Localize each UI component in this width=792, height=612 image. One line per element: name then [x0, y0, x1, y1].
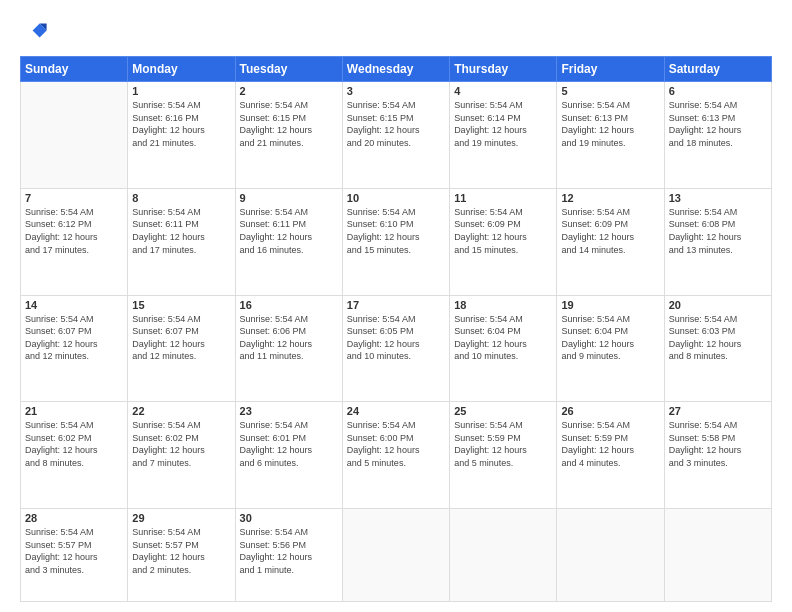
day-number: 15: [132, 299, 230, 311]
weekday-header-wednesday: Wednesday: [342, 57, 449, 82]
calendar-cell: 7Sunrise: 5:54 AM Sunset: 6:12 PM Daylig…: [21, 188, 128, 295]
calendar-cell: 18Sunrise: 5:54 AM Sunset: 6:04 PM Dayli…: [450, 295, 557, 402]
calendar-cell: 13Sunrise: 5:54 AM Sunset: 6:08 PM Dayli…: [664, 188, 771, 295]
day-number: 2: [240, 85, 338, 97]
calendar-cell: 6Sunrise: 5:54 AM Sunset: 6:13 PM Daylig…: [664, 82, 771, 189]
calendar-cell: [664, 509, 771, 602]
calendar-cell: [21, 82, 128, 189]
cell-info: Sunrise: 5:54 AM Sunset: 6:05 PM Dayligh…: [347, 313, 445, 363]
calendar-week-row: 14Sunrise: 5:54 AM Sunset: 6:07 PM Dayli…: [21, 295, 772, 402]
cell-info: Sunrise: 5:54 AM Sunset: 6:11 PM Dayligh…: [240, 206, 338, 256]
day-number: 14: [25, 299, 123, 311]
calendar-cell: 19Sunrise: 5:54 AM Sunset: 6:04 PM Dayli…: [557, 295, 664, 402]
day-number: 5: [561, 85, 659, 97]
day-number: 1: [132, 85, 230, 97]
calendar-cell: 12Sunrise: 5:54 AM Sunset: 6:09 PM Dayli…: [557, 188, 664, 295]
cell-info: Sunrise: 5:54 AM Sunset: 6:03 PM Dayligh…: [669, 313, 767, 363]
calendar-cell: 2Sunrise: 5:54 AM Sunset: 6:15 PM Daylig…: [235, 82, 342, 189]
calendar-cell: 1Sunrise: 5:54 AM Sunset: 6:16 PM Daylig…: [128, 82, 235, 189]
cell-info: Sunrise: 5:54 AM Sunset: 6:10 PM Dayligh…: [347, 206, 445, 256]
day-number: 26: [561, 405, 659, 417]
calendar-week-row: 21Sunrise: 5:54 AM Sunset: 6:02 PM Dayli…: [21, 402, 772, 509]
logo-icon: [20, 18, 48, 46]
weekday-header-monday: Monday: [128, 57, 235, 82]
cell-info: Sunrise: 5:54 AM Sunset: 6:00 PM Dayligh…: [347, 419, 445, 469]
calendar-cell: 11Sunrise: 5:54 AM Sunset: 6:09 PM Dayli…: [450, 188, 557, 295]
calendar-week-row: 1Sunrise: 5:54 AM Sunset: 6:16 PM Daylig…: [21, 82, 772, 189]
day-number: 12: [561, 192, 659, 204]
day-number: 4: [454, 85, 552, 97]
day-number: 3: [347, 85, 445, 97]
cell-info: Sunrise: 5:54 AM Sunset: 6:13 PM Dayligh…: [561, 99, 659, 149]
header: [20, 18, 772, 46]
calendar-cell: 25Sunrise: 5:54 AM Sunset: 5:59 PM Dayli…: [450, 402, 557, 509]
day-number: 24: [347, 405, 445, 417]
day-number: 23: [240, 405, 338, 417]
cell-info: Sunrise: 5:54 AM Sunset: 5:58 PM Dayligh…: [669, 419, 767, 469]
day-number: 18: [454, 299, 552, 311]
day-number: 13: [669, 192, 767, 204]
calendar-cell: 3Sunrise: 5:54 AM Sunset: 6:15 PM Daylig…: [342, 82, 449, 189]
day-number: 6: [669, 85, 767, 97]
day-number: 25: [454, 405, 552, 417]
calendar-cell: 14Sunrise: 5:54 AM Sunset: 6:07 PM Dayli…: [21, 295, 128, 402]
cell-info: Sunrise: 5:54 AM Sunset: 6:07 PM Dayligh…: [25, 313, 123, 363]
calendar-cell: 9Sunrise: 5:54 AM Sunset: 6:11 PM Daylig…: [235, 188, 342, 295]
day-number: 21: [25, 405, 123, 417]
day-number: 28: [25, 512, 123, 524]
calendar-cell: 16Sunrise: 5:54 AM Sunset: 6:06 PM Dayli…: [235, 295, 342, 402]
day-number: 11: [454, 192, 552, 204]
cell-info: Sunrise: 5:54 AM Sunset: 6:06 PM Dayligh…: [240, 313, 338, 363]
cell-info: Sunrise: 5:54 AM Sunset: 6:08 PM Dayligh…: [669, 206, 767, 256]
cell-info: Sunrise: 5:54 AM Sunset: 6:01 PM Dayligh…: [240, 419, 338, 469]
calendar-cell: 24Sunrise: 5:54 AM Sunset: 6:00 PM Dayli…: [342, 402, 449, 509]
calendar-cell: 20Sunrise: 5:54 AM Sunset: 6:03 PM Dayli…: [664, 295, 771, 402]
calendar-cell: 26Sunrise: 5:54 AM Sunset: 5:59 PM Dayli…: [557, 402, 664, 509]
cell-info: Sunrise: 5:54 AM Sunset: 5:59 PM Dayligh…: [561, 419, 659, 469]
cell-info: Sunrise: 5:54 AM Sunset: 6:12 PM Dayligh…: [25, 206, 123, 256]
calendar-cell: 5Sunrise: 5:54 AM Sunset: 6:13 PM Daylig…: [557, 82, 664, 189]
day-number: 30: [240, 512, 338, 524]
weekday-header-friday: Friday: [557, 57, 664, 82]
calendar-cell: 27Sunrise: 5:54 AM Sunset: 5:58 PM Dayli…: [664, 402, 771, 509]
calendar-cell: 29Sunrise: 5:54 AM Sunset: 5:57 PM Dayli…: [128, 509, 235, 602]
day-number: 9: [240, 192, 338, 204]
cell-info: Sunrise: 5:54 AM Sunset: 6:15 PM Dayligh…: [240, 99, 338, 149]
day-number: 16: [240, 299, 338, 311]
cell-info: Sunrise: 5:54 AM Sunset: 6:11 PM Dayligh…: [132, 206, 230, 256]
cell-info: Sunrise: 5:54 AM Sunset: 6:04 PM Dayligh…: [454, 313, 552, 363]
day-number: 22: [132, 405, 230, 417]
calendar-cell: 23Sunrise: 5:54 AM Sunset: 6:01 PM Dayli…: [235, 402, 342, 509]
weekday-header-thursday: Thursday: [450, 57, 557, 82]
cell-info: Sunrise: 5:54 AM Sunset: 6:04 PM Dayligh…: [561, 313, 659, 363]
calendar-cell: 21Sunrise: 5:54 AM Sunset: 6:02 PM Dayli…: [21, 402, 128, 509]
calendar-week-row: 7Sunrise: 5:54 AM Sunset: 6:12 PM Daylig…: [21, 188, 772, 295]
day-number: 7: [25, 192, 123, 204]
day-number: 29: [132, 512, 230, 524]
calendar-cell: [342, 509, 449, 602]
day-number: 20: [669, 299, 767, 311]
calendar-cell: 22Sunrise: 5:54 AM Sunset: 6:02 PM Dayli…: [128, 402, 235, 509]
day-number: 8: [132, 192, 230, 204]
weekday-header-row: SundayMondayTuesdayWednesdayThursdayFrid…: [21, 57, 772, 82]
day-number: 19: [561, 299, 659, 311]
calendar-cell: 17Sunrise: 5:54 AM Sunset: 6:05 PM Dayli…: [342, 295, 449, 402]
weekday-header-tuesday: Tuesday: [235, 57, 342, 82]
calendar-cell: 10Sunrise: 5:54 AM Sunset: 6:10 PM Dayli…: [342, 188, 449, 295]
day-number: 10: [347, 192, 445, 204]
weekday-header-saturday: Saturday: [664, 57, 771, 82]
cell-info: Sunrise: 5:54 AM Sunset: 6:14 PM Dayligh…: [454, 99, 552, 149]
cell-info: Sunrise: 5:54 AM Sunset: 6:09 PM Dayligh…: [454, 206, 552, 256]
calendar-table: SundayMondayTuesdayWednesdayThursdayFrid…: [20, 56, 772, 602]
cell-info: Sunrise: 5:54 AM Sunset: 6:07 PM Dayligh…: [132, 313, 230, 363]
calendar-cell: 4Sunrise: 5:54 AM Sunset: 6:14 PM Daylig…: [450, 82, 557, 189]
cell-info: Sunrise: 5:54 AM Sunset: 6:09 PM Dayligh…: [561, 206, 659, 256]
calendar-cell: 15Sunrise: 5:54 AM Sunset: 6:07 PM Dayli…: [128, 295, 235, 402]
day-number: 27: [669, 405, 767, 417]
calendar-cell: [557, 509, 664, 602]
cell-info: Sunrise: 5:54 AM Sunset: 6:16 PM Dayligh…: [132, 99, 230, 149]
cell-info: Sunrise: 5:54 AM Sunset: 6:02 PM Dayligh…: [25, 419, 123, 469]
weekday-header-sunday: Sunday: [21, 57, 128, 82]
cell-info: Sunrise: 5:54 AM Sunset: 6:02 PM Dayligh…: [132, 419, 230, 469]
page: SundayMondayTuesdayWednesdayThursdayFrid…: [0, 0, 792, 612]
